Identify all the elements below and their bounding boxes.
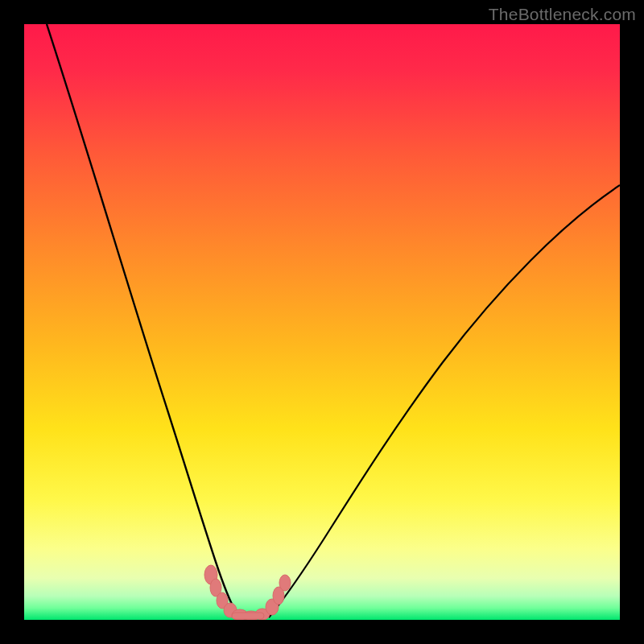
chart-frame <box>24 24 620 620</box>
chart-canvas <box>24 24 620 620</box>
svg-rect-10 <box>232 613 264 619</box>
svg-point-9 <box>279 575 291 591</box>
watermark-text: TheBottleneck.com <box>489 5 636 24</box>
gradient-background <box>24 24 620 620</box>
